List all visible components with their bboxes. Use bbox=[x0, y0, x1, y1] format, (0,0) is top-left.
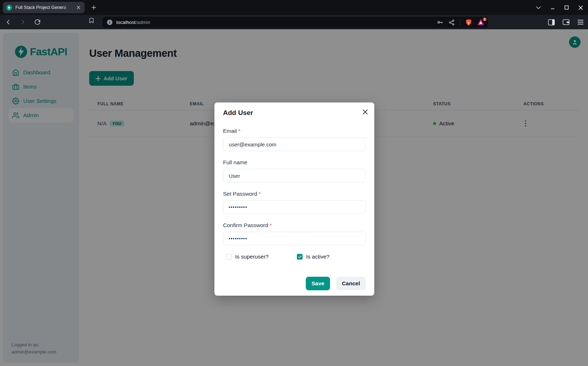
set-password-field[interactable] bbox=[223, 200, 366, 214]
close-icon bbox=[77, 6, 80, 9]
brave-shields-button[interactable] bbox=[465, 19, 472, 26]
close-icon bbox=[363, 109, 368, 115]
is-superuser-checkbox[interactable]: Is superuser? bbox=[226, 254, 297, 260]
share-button[interactable] bbox=[448, 19, 455, 26]
checkbox-row: Is superuser? Is active? bbox=[226, 253, 366, 260]
wallet-icon bbox=[563, 19, 569, 25]
modal-footer: Save Cancel bbox=[223, 277, 366, 290]
password-key-button[interactable] bbox=[437, 19, 443, 26]
browser-tab-strip: Full Stack Project Genera bbox=[0, 0, 588, 15]
minimize-button[interactable] bbox=[551, 5, 555, 10]
shield-icon bbox=[465, 19, 472, 26]
set-password-label: Set Password* bbox=[223, 190, 366, 197]
browser-tab[interactable]: Full Stack Project Genera bbox=[3, 2, 85, 13]
reload-button[interactable] bbox=[32, 17, 43, 27]
modal-close-button[interactable] bbox=[359, 106, 371, 117]
reload-icon bbox=[34, 19, 41, 25]
is-superuser-label: Is superuser? bbox=[235, 254, 269, 260]
required-asterisk: * bbox=[270, 222, 272, 228]
back-button[interactable] bbox=[3, 17, 14, 27]
cancel-button[interactable]: Cancel bbox=[336, 277, 366, 290]
rewards-count-badge: 1 bbox=[482, 17, 487, 22]
checkbox-unchecked-icon bbox=[226, 254, 232, 260]
browser-toolbar: localhost/admin bbox=[0, 15, 588, 29]
email-field-group: Email* bbox=[223, 127, 366, 151]
full-name-field[interactable] bbox=[223, 169, 366, 182]
is-active-label: Is active? bbox=[306, 254, 329, 260]
key-icon bbox=[437, 19, 443, 26]
new-tab-button[interactable] bbox=[90, 3, 98, 12]
arrow-left-icon bbox=[5, 19, 11, 25]
full-name-field-group: Full name bbox=[223, 159, 366, 182]
is-active-checkbox[interactable]: Is active? bbox=[297, 254, 329, 260]
info-icon bbox=[107, 19, 113, 25]
minimize-icon bbox=[551, 5, 555, 10]
share-icon bbox=[448, 19, 455, 26]
wallet-button[interactable] bbox=[563, 19, 569, 25]
hamburger-icon bbox=[577, 20, 584, 25]
bookmark-icon bbox=[88, 17, 95, 24]
required-asterisk: * bbox=[238, 128, 240, 134]
maximize-icon bbox=[564, 5, 569, 10]
close-icon bbox=[578, 5, 583, 10]
site-info-button[interactable] bbox=[107, 19, 113, 25]
tab-search-button[interactable] bbox=[536, 6, 541, 9]
modal-title: Add User bbox=[223, 109, 366, 117]
confirm-password-field-group: Confirm Password* bbox=[223, 222, 366, 245]
sidebar-toggle-button[interactable] bbox=[548, 19, 555, 25]
set-password-field-group: Set Password* bbox=[223, 190, 366, 214]
email-label: Email* bbox=[223, 127, 366, 135]
confirm-password-field[interactable] bbox=[223, 232, 366, 245]
tab-title: Full Stack Project Genera bbox=[15, 5, 72, 10]
arrow-right-icon bbox=[20, 19, 26, 25]
full-name-label: Full name bbox=[223, 159, 366, 166]
menu-button[interactable] bbox=[577, 20, 584, 25]
bookmarks-button[interactable] bbox=[88, 17, 95, 24]
chevron-down-icon bbox=[536, 6, 541, 9]
save-button[interactable]: Save bbox=[306, 277, 330, 290]
checkbox-checked-icon bbox=[297, 254, 303, 260]
side-panel-icon bbox=[548, 19, 555, 25]
email-field[interactable] bbox=[223, 137, 366, 151]
divider bbox=[460, 19, 460, 26]
tab-close-button[interactable] bbox=[75, 4, 82, 11]
confirm-password-label: Confirm Password* bbox=[223, 222, 366, 229]
forward-button[interactable] bbox=[17, 17, 28, 27]
url-bar[interactable]: localhost/admin bbox=[102, 17, 488, 28]
close-window-button[interactable] bbox=[578, 5, 583, 10]
url-text: localhost/admin bbox=[116, 20, 437, 25]
required-asterisk: * bbox=[259, 191, 261, 197]
fastapi-favicon-icon bbox=[6, 5, 12, 11]
add-user-modal: Add User Email* Full name Set Password* … bbox=[214, 102, 374, 296]
maximize-button[interactable] bbox=[564, 5, 569, 10]
plus-icon bbox=[91, 5, 96, 10]
